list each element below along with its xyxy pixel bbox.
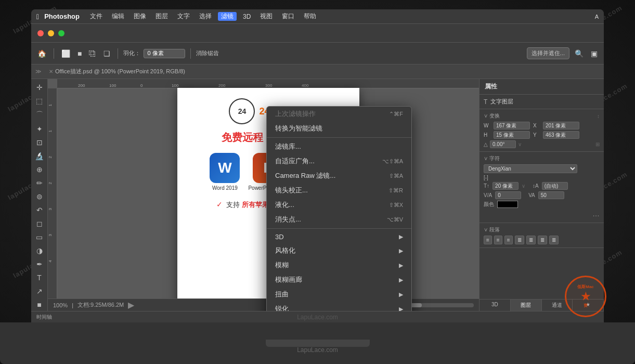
- filter-menu-distort[interactable]: 扭曲 ▶: [267, 287, 411, 302]
- filter-menu-blur[interactable]: 模糊 ▶: [267, 258, 411, 272]
- stop-icon[interactable]: ■: [75, 47, 84, 60]
- filter-menu-camera-raw[interactable]: Camera Raw 滤镜... ⇧⌘A: [267, 168, 411, 183]
- filter-menu-stylize[interactable]: 风格化 ▶: [267, 243, 411, 258]
- menubar-3d[interactable]: 3D: [240, 13, 254, 20]
- paragraph-title: ∨ 段落: [484, 226, 500, 233]
- tracking-icon: V/A: [484, 192, 492, 198]
- gradient-icon[interactable]: ▭: [32, 231, 47, 243]
- menubar-edit[interactable]: 编辑: [109, 12, 127, 21]
- maximize-button[interactable]: [58, 30, 64, 36]
- y-label: Y: [533, 132, 541, 138]
- more-options-icon[interactable]: …: [592, 210, 600, 218]
- filter-menu-last-operation[interactable]: 上次滤镜操作 ⌃⌘F: [267, 107, 411, 121]
- tab-layers[interactable]: 图层: [511, 300, 542, 311]
- height-input[interactable]: [494, 131, 530, 139]
- menubar-layer[interactable]: 图层: [152, 12, 171, 21]
- x-input[interactable]: [543, 122, 579, 129]
- eraser-icon[interactable]: ◻: [32, 217, 47, 230]
- tab-3d[interactable]: 3D: [480, 300, 511, 311]
- justify-all-btn[interactable]: ≣: [549, 236, 559, 244]
- home-icon[interactable]: 🏠: [35, 47, 48, 60]
- brush-icon[interactable]: ✏: [32, 177, 47, 189]
- text-tool-icon[interactable]: T: [32, 271, 47, 284]
- angle-dropdown-icon[interactable]: ∨: [518, 141, 522, 147]
- filter-menu-lens-correct[interactable]: 镜头校正... ⇧⌘R: [267, 183, 411, 198]
- properties-panel-title: 属性: [480, 79, 604, 95]
- layer-type-row: T 文字图层: [484, 98, 600, 106]
- font-size-input[interactable]: [493, 182, 519, 190]
- menubar-file[interactable]: 文件: [87, 12, 106, 21]
- statusbar-sep: |: [72, 302, 73, 308]
- filter-menu-vanishing[interactable]: 消失点... ⌥⌘V: [267, 212, 411, 227]
- menubar-app-name[interactable]: Photoshop: [44, 12, 80, 20]
- filter-menu-liquify[interactable]: 液化... ⇧⌘X: [267, 198, 411, 212]
- justify-right-btn[interactable]: ≣: [538, 236, 547, 244]
- menubar-select[interactable]: 选择: [196, 12, 215, 21]
- width-input[interactable]: [494, 122, 530, 129]
- filter-last-label: 上次滤镜操作: [275, 109, 316, 119]
- ruler-mark: 100: [109, 83, 116, 88]
- dodge-icon[interactable]: ◑: [32, 244, 47, 257]
- filter-vanishing-shortcut: ⌥⌘V: [387, 216, 403, 223]
- history-brush-icon[interactable]: ↶: [32, 204, 47, 216]
- rectangle-select-icon[interactable]: ⬚: [32, 95, 47, 107]
- marquee-icon[interactable]: ⬜: [59, 47, 72, 60]
- align-center-btn[interactable]: ≡: [494, 236, 502, 244]
- filter-menu-smart[interactable]: 转换为智能滤镜: [267, 121, 411, 136]
- transform-options-icon[interactable]: ⊞: [595, 141, 600, 147]
- menubar-text[interactable]: 文字: [174, 12, 193, 21]
- menubar-image[interactable]: 图像: [131, 12, 149, 21]
- color-swatch[interactable]: [497, 201, 518, 208]
- filter-menu-sharpen[interactable]: 锐化 ▶: [267, 302, 411, 311]
- justify-left-btn[interactable]: ≣: [515, 236, 524, 244]
- align-left-btn[interactable]: ≡: [484, 236, 492, 244]
- y-input[interactable]: [543, 131, 579, 139]
- close-button[interactable]: [37, 30, 44, 36]
- clone-icon[interactable]: ⊚: [32, 190, 47, 203]
- filter-3d-label: 3D: [275, 233, 284, 241]
- justify-center-btn[interactable]: ≣: [526, 236, 536, 244]
- tab-close-btn[interactable]: ✕: [49, 69, 53, 74]
- menubar-window[interactable]: 窗口: [279, 12, 297, 21]
- tracking-input[interactable]: [495, 191, 521, 199]
- menubar-help[interactable]: 帮助: [301, 12, 319, 21]
- filter-menu-adaptive-wide[interactable]: 自适应广角... ⌥⇧⌘A: [267, 154, 411, 168]
- transform-x-field: X: [533, 122, 579, 129]
- angle-input[interactable]: [490, 140, 516, 148]
- word-label: Word 2019: [212, 185, 238, 191]
- panel-toggle-icon[interactable]: ≫: [35, 68, 42, 75]
- lasso-icon[interactable]: ⌒: [32, 108, 47, 122]
- statusbar-arrow[interactable]: ▶: [128, 300, 134, 310]
- ruler-mark: 300: [265, 83, 272, 88]
- select-and-mask-button[interactable]: 选择并遮住...: [527, 47, 569, 59]
- crop-icon[interactable]: ⊡: [32, 136, 47, 149]
- filter-menu-gallery[interactable]: 滤镜库...: [267, 139, 411, 154]
- pen-icon[interactable]: ✒: [32, 258, 47, 270]
- font-dropdown[interactable]: DengXian: [484, 164, 577, 173]
- filter-separator-2: [267, 228, 411, 229]
- eyedropper-icon[interactable]: 🔬: [32, 150, 47, 162]
- patch-icon[interactable]: ⊕: [32, 163, 47, 176]
- panels-icon[interactable]: ▣: [589, 47, 600, 60]
- toolbar-separator-2: [118, 48, 118, 59]
- filter-stylize-arrow: ▶: [399, 248, 403, 254]
- leading-input[interactable]: [542, 182, 568, 190]
- filter-menu-3d[interactable]: 3D ▶: [267, 230, 411, 243]
- kerning-input[interactable]: [538, 191, 564, 199]
- path-select-icon[interactable]: ↗: [32, 285, 47, 297]
- copy-icon[interactable]: ⿻: [87, 47, 98, 60]
- ruler-mark-v: 4: [48, 260, 53, 262]
- menubar-view[interactable]: 视图: [257, 12, 276, 21]
- align-right-btn[interactable]: ≡: [504, 236, 513, 244]
- move-tool-icon[interactable]: ✛: [32, 81, 47, 94]
- quick-select-icon[interactable]: ✦: [32, 123, 47, 135]
- filter-menu-blur-gallery[interactable]: 模糊画廊 ▶: [267, 272, 411, 287]
- document-tab[interactable]: ✕ Office描述.psd @ 100% (PowerPoint 2019, …: [45, 67, 189, 76]
- menubar-filter[interactable]: 滤镜: [218, 12, 237, 21]
- size-dropdown[interactable]: ∨: [522, 183, 525, 189]
- search-icon[interactable]: 🔍: [573, 47, 586, 60]
- minimize-button[interactable]: [48, 30, 54, 36]
- feather-input[interactable]: [144, 49, 185, 58]
- shape-icon[interactable]: ■: [32, 298, 47, 311]
- object-icon[interactable]: ❏: [101, 47, 112, 60]
